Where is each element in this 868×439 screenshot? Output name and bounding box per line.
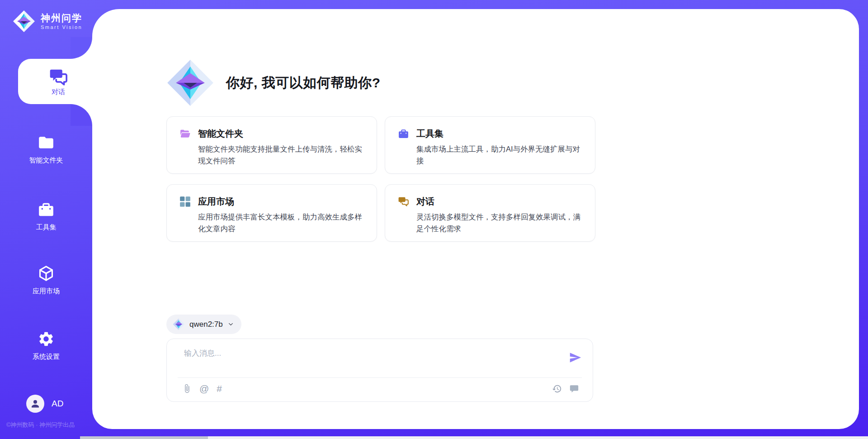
composer-right-toolbar <box>552 384 579 396</box>
mention-icon[interactable]: @ <box>199 384 209 393</box>
chat-bubbles-icon <box>49 67 68 86</box>
hashtag-icon[interactable]: # <box>217 384 222 393</box>
open-folder-icon <box>179 128 191 139</box>
history-icon[interactable] <box>552 384 562 396</box>
folder-icon <box>38 134 55 151</box>
toolbox-icon <box>398 128 409 139</box>
card-description: 应用市场提供丰富长文本模板，助力高效生成多样化文章内容 <box>198 211 365 234</box>
greeting-block: 你好, 我可以如何帮助你? <box>166 59 381 107</box>
brand-subtitle: Smart Vision <box>41 24 82 30</box>
user-account[interactable]: AD <box>26 395 63 413</box>
message-input[interactable] <box>184 348 555 373</box>
sidebar-item-label: 对话 <box>52 88 65 96</box>
card-smart-folder[interactable]: 智能文件夹 智能文件夹功能支持批量文件上传与清洗，轻松实现文件问答 <box>166 116 377 174</box>
scrollbar-thumb[interactable] <box>80 436 208 439</box>
toolbox-icon <box>38 201 55 218</box>
card-description: 集成市场上主流工具，助力AI与外界无缝扩展与对接 <box>416 143 583 167</box>
sidebar-item-settings[interactable]: 系统设置 <box>0 330 92 361</box>
active-tab-curve-top <box>71 37 92 59</box>
comment-bubble-icon[interactable] <box>569 384 579 396</box>
active-tab-curve-bottom <box>71 104 92 126</box>
attach-file-icon[interactable] <box>182 384 192 393</box>
composer-divider <box>178 377 582 378</box>
sidebar-item-label: 应用市场 <box>0 287 92 296</box>
composer-toolbar: @ # <box>182 384 222 393</box>
card-chat[interactable]: 对话 灵活切换多模型文件，支持多样回复效果调试，满足个性化需求 <box>385 184 595 242</box>
brand-logo-row: 神州问学 Smart Vision <box>13 10 82 33</box>
card-description: 灵活切换多模型文件，支持多样回复效果调试，满足个性化需求 <box>416 211 583 234</box>
greeting-diamond-logo <box>166 59 214 107</box>
chevron-down-icon <box>227 321 234 328</box>
gear-icon <box>38 330 55 348</box>
card-title: 对话 <box>416 196 434 208</box>
cube-icon <box>38 265 55 282</box>
message-composer: @ # <box>166 339 593 402</box>
sidebar-footer-text: ©神州数码 · 神州问学出品 <box>6 421 75 429</box>
send-icon[interactable] <box>568 351 582 364</box>
grid-icon <box>179 196 191 207</box>
brand-name: 神州问学 <box>41 13 82 24</box>
app-root: 神州问学 Smart Vision 对话 智能文件夹 工具集 应用 <box>0 0 868 439</box>
card-title: 工具集 <box>416 128 443 140</box>
card-title: 应用市场 <box>198 196 234 208</box>
sidebar-item-label: 工具集 <box>0 223 92 232</box>
brand-diamond-icon <box>13 10 35 33</box>
avatar <box>26 395 44 413</box>
sidebar-item-label: 系统设置 <box>0 353 92 361</box>
sidebar-item-chat[interactable]: 对话 <box>18 59 99 104</box>
feature-cards: 智能文件夹 智能文件夹功能支持批量文件上传与清洗，轻松实现文件问答 工具集 集成… <box>166 116 595 242</box>
horizontal-scrollbar[interactable] <box>80 436 868 439</box>
sidebar-item-label: 智能文件夹 <box>0 156 92 165</box>
card-title: 智能文件夹 <box>198 128 243 140</box>
model-selector[interactable]: qwen2:7b <box>166 315 241 334</box>
card-app-market[interactable]: 应用市场 应用市场提供丰富长文本模板，助力高效生成多样化文章内容 <box>166 184 377 242</box>
sidebar-item-smart-folder[interactable]: 智能文件夹 <box>0 134 92 165</box>
chat-bubbles-icon <box>398 196 409 207</box>
model-diamond-icon <box>173 318 185 330</box>
card-toolset[interactable]: 工具集 集成市场上主流工具，助力AI与外界无缝扩展与对接 <box>385 116 595 174</box>
greeting-text: 你好, 我可以如何帮助你? <box>226 74 381 92</box>
person-icon <box>30 398 41 409</box>
sidebar-item-app-market[interactable]: 应用市场 <box>0 265 92 296</box>
model-name: qwen2:7b <box>189 320 223 329</box>
sidebar-item-toolset[interactable]: 工具集 <box>0 201 92 232</box>
user-name: AD <box>52 399 63 409</box>
card-description: 智能文件夹功能支持批量文件上传与清洗，轻松实现文件问答 <box>198 143 365 167</box>
